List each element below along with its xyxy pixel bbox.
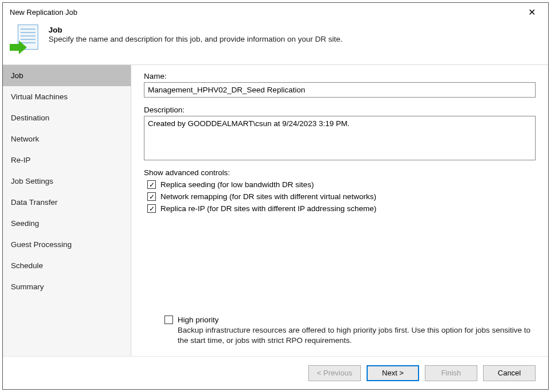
checkbox-replica-re-ip[interactable]: ✓ Replica re-IP (for DR sites with diffe… [147, 204, 536, 213]
sidebar-item-job-settings[interactable]: Job Settings [3, 171, 131, 192]
sidebar-item-destination[interactable]: Destination [3, 107, 131, 128]
sidebar-item-job[interactable]: Job [3, 65, 131, 86]
svg-marker-0 [10, 41, 27, 54]
checkbox-label: Replica seeding (for low bandwidth DR si… [160, 180, 314, 189]
description-input[interactable]: Created by GOODDEALMART\csun at 9/24/202… [144, 116, 536, 160]
description-label: Description: [144, 106, 536, 114]
checkbox-replica-seeding[interactable]: ✓ Replica seeding (for low bandwidth DR … [147, 180, 536, 189]
sidebar-item-guest-processing[interactable]: Guest Processing [3, 234, 131, 255]
sidebar-item-seeding[interactable]: Seeding [3, 213, 131, 234]
sidebar-item-label: Job Settings [11, 177, 53, 185]
check-icon: ✓ [147, 192, 156, 201]
header: Job Specify the name and description for… [3, 21, 548, 64]
high-priority-description: Backup infrastructure resources are offe… [178, 325, 536, 346]
job-document-icon [13, 25, 38, 55]
previous-button: < Previous [308, 365, 361, 381]
close-icon: ✕ [528, 7, 536, 18]
check-icon: ✓ [147, 180, 156, 189]
titlebar: New Replication Job ✕ [3, 3, 548, 21]
wizard-sidebar: Job Virtual Machines Destination Network… [3, 65, 131, 356]
finish-button: Finish [425, 365, 477, 381]
sidebar-item-label: Data Transfer [11, 198, 58, 207]
close-button[interactable]: ✕ [520, 3, 544, 21]
sidebar-item-label: Network [11, 135, 39, 143]
sidebar-item-label: Summary [11, 282, 44, 291]
sidebar-item-label: Virtual Machines [11, 92, 68, 101]
checkbox-network-remapping[interactable]: ✓ Network remapping (for DR sites with d… [147, 192, 536, 201]
sidebar-item-label: Schedule [11, 261, 43, 270]
sidebar-item-schedule[interactable]: Schedule [3, 255, 131, 276]
checkbox-empty-icon [164, 316, 173, 324]
sidebar-item-label: Seeding [11, 219, 39, 228]
sidebar-item-label: Job [11, 71, 23, 80]
window-title: New Replication Job [10, 8, 78, 17]
checkbox-label: Replica re-IP (for DR sites with differe… [160, 204, 376, 213]
dialog-footer: < Previous Next > Finish Cancel [3, 356, 548, 389]
sidebar-item-re-ip[interactable]: Re-IP [3, 149, 131, 171]
sidebar-item-label: Destination [11, 114, 50, 122]
checkbox-label: Network remapping (for DR sites with dif… [160, 192, 376, 201]
header-title: Job [49, 26, 343, 34]
sidebar-item-virtual-machines[interactable]: Virtual Machines [3, 86, 131, 107]
next-button[interactable]: Next > [367, 365, 419, 381]
sidebar-item-network[interactable]: Network [3, 128, 131, 149]
dialog-body: Job Virtual Machines Destination Network… [3, 64, 548, 356]
high-priority-block: High priority Backup infrastructure reso… [164, 316, 536, 346]
checkbox-label: High priority [178, 316, 219, 324]
content-panel: Name: Description: Created by GOODDEALMA… [131, 65, 548, 356]
sidebar-item-data-transfer[interactable]: Data Transfer [3, 192, 131, 213]
name-input[interactable] [144, 82, 536, 98]
arrow-right-icon [10, 41, 29, 54]
check-icon: ✓ [147, 204, 156, 213]
advanced-controls-label: Show advanced controls: [144, 168, 536, 177]
sidebar-item-summary[interactable]: Summary [3, 276, 131, 297]
name-label: Name: [144, 72, 536, 80]
header-subtitle: Specify the name and description for thi… [49, 35, 343, 43]
cancel-button[interactable]: Cancel [483, 365, 536, 381]
sidebar-item-label: Guest Processing [11, 240, 72, 249]
checkbox-high-priority[interactable]: High priority [164, 316, 536, 324]
dialog-window: New Replication Job ✕ Job Specify the na… [2, 2, 549, 390]
sidebar-item-label: Re-IP [11, 156, 31, 164]
